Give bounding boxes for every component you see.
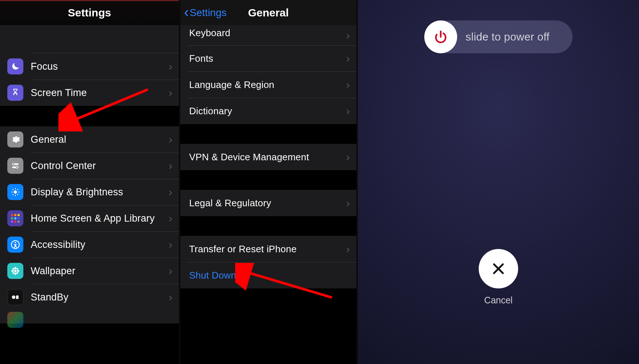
settings-list-group-2: General › Control Center › Display & Bri… (0, 126, 179, 310)
section-gap (180, 170, 356, 190)
chevron-right-icon: › (346, 152, 350, 162)
row-label: VPN & Device Management (189, 152, 346, 163)
nav-title: Settings (68, 7, 111, 19)
settings-row-wallpaper[interactable]: Wallpaper › (0, 258, 179, 284)
row-label: Fonts (189, 53, 346, 64)
settings-row-general[interactable]: General › (0, 126, 179, 153)
power-off-panel: slide to power off Cancel (358, 0, 639, 364)
general-row-vpn[interactable]: VPN & Device Management › (180, 144, 356, 170)
settings-row-accessibility[interactable]: Accessibility › (0, 231, 179, 258)
settings-row-control-center[interactable]: Control Center › (0, 153, 179, 179)
row-label: Wallpaper (31, 265, 169, 277)
general-row-transfer-reset[interactable]: Transfer or Reset iPhone › (180, 236, 356, 262)
svg-rect-25 (16, 295, 19, 299)
row-label: Home Screen & App Library (31, 213, 169, 224)
chevron-right-icon: › (346, 53, 350, 64)
settings-row-focus[interactable]: Focus › (0, 53, 179, 80)
row-label: Legal & Regulatory (189, 198, 346, 209)
row-label: Focus (31, 61, 169, 72)
settings-list-group-1: Focus › Screen Time › (0, 53, 179, 106)
general-row-dictionary[interactable]: Dictionary › (180, 98, 356, 124)
row-label: Control Center (31, 160, 169, 172)
svg-point-14 (15, 242, 16, 244)
general-row-fonts[interactable]: Fonts › (180, 45, 356, 72)
row-label: Shut Down (189, 270, 346, 281)
back-label: Settings (190, 7, 226, 19)
gear-icon (7, 131, 23, 147)
nav-title: General (248, 7, 289, 19)
row-label: Display & Brightness (31, 187, 169, 198)
nav-bar: ‹ Settings General (180, 0, 356, 26)
svg-point-3 (16, 166, 18, 169)
chevron-right-icon: › (169, 160, 172, 171)
chevron-right-icon: › (346, 198, 350, 208)
power-icon (433, 30, 448, 44)
moon-icon (7, 58, 23, 74)
svg-point-23 (16, 272, 19, 274)
slide-to-power-off-text: slide to power off (466, 31, 550, 43)
row-label: General (31, 134, 169, 145)
general-row-keyboard[interactable]: Keyboard › (180, 26, 356, 45)
chevron-right-icon: › (346, 244, 350, 254)
chevron-right-icon: › (346, 106, 350, 116)
svg-point-21 (16, 268, 19, 270)
power-slider-knob[interactable] (424, 20, 457, 53)
general-group-c: Legal & Regulatory › (180, 190, 356, 216)
sun-icon (7, 184, 23, 200)
svg-point-18 (11, 270, 14, 272)
settings-row-screen-time[interactable]: Screen Time › (0, 80, 179, 106)
svg-point-19 (17, 270, 19, 272)
power-off-slider[interactable]: slide to power off (424, 20, 573, 53)
general-row-shut-down[interactable]: Shut Down › (180, 262, 356, 288)
partial-row-bottom (0, 310, 179, 323)
back-button[interactable]: ‹ Settings (184, 0, 227, 25)
general-settings-panel: ‹ Settings General Keyboard › Fonts › La… (179, 0, 358, 364)
chevron-right-icon: › (169, 61, 172, 72)
nav-bar: Settings (0, 0, 179, 26)
flower-icon (7, 263, 23, 279)
general-row-language-region[interactable]: Language & Region › (180, 72, 356, 98)
svg-point-16 (14, 267, 16, 269)
section-gap (0, 106, 179, 126)
hourglass-icon (7, 85, 23, 101)
toggles-icon (7, 158, 23, 174)
svg-point-20 (12, 268, 15, 270)
cancel-label: Cancel (479, 295, 518, 306)
general-group-d: Transfer or Reset iPhone › Shut Down › (180, 236, 356, 288)
settings-row-standby[interactable]: StandBy › (0, 284, 179, 310)
section-gap (180, 124, 356, 144)
app-grid-icon (7, 210, 23, 226)
row-label: StandBy (31, 292, 169, 303)
settings-row-display[interactable]: Display & Brightness › (0, 179, 179, 205)
svg-point-15 (14, 270, 17, 272)
svg-line-9 (12, 189, 13, 190)
close-icon (491, 261, 506, 276)
chevron-right-icon: › (346, 30, 350, 41)
settings-row-home-screen[interactable]: Home Screen & App Library › (0, 205, 179, 231)
general-group-a: Keyboard › Fonts › Language & Region › D… (180, 26, 356, 124)
general-group-b: VPN & Device Management › (180, 144, 356, 170)
chevron-right-icon: › (169, 213, 172, 224)
accessibility-icon (7, 237, 23, 253)
partial-row (0, 26, 179, 53)
svg-line-11 (17, 189, 18, 190)
standby-icon (7, 289, 23, 305)
settings-root-panel: Settings Focus › Screen Time › (0, 0, 179, 364)
cancel-group: Cancel (479, 249, 518, 306)
chevron-right-icon: › (346, 79, 350, 90)
cancel-button[interactable] (479, 249, 518, 288)
row-label: Dictionary (189, 106, 346, 117)
section-gap (180, 216, 356, 236)
svg-point-2 (13, 163, 15, 165)
chevron-right-icon: › (169, 187, 172, 198)
row-label: Screen Time (31, 87, 169, 99)
svg-line-10 (17, 194, 18, 195)
row-label: Language & Region (189, 79, 346, 91)
chevron-right-icon: › (169, 134, 172, 145)
accent-line (0, 0, 179, 1)
svg-point-17 (14, 272, 16, 275)
chevron-right-icon: › (169, 87, 172, 98)
row-label: Transfer or Reset iPhone (189, 244, 346, 255)
general-row-legal[interactable]: Legal & Regulatory › (180, 190, 356, 216)
svg-point-24 (12, 295, 15, 299)
